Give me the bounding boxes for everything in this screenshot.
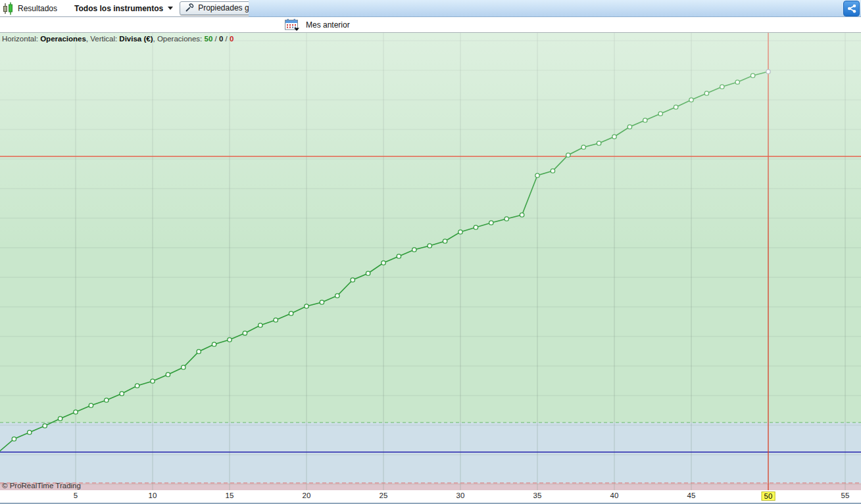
trade-point-marker: [320, 300, 324, 304]
trade-point-marker: [597, 141, 601, 145]
trade-point-marker: [74, 410, 78, 414]
x-tick: 35: [533, 492, 542, 499]
instruments-dropdown-label: Todos los instrumentos: [74, 4, 163, 13]
trade-point-marker: [566, 153, 570, 157]
chevron-down-icon: [168, 7, 173, 10]
trade-point-marker: [366, 271, 370, 275]
trade-point-marker: [105, 398, 109, 402]
wrench-icon: [185, 3, 194, 12]
trade-point-marker: [243, 331, 247, 335]
trade-point-marker: [643, 118, 647, 122]
copyright-label: © ProRealTime Trading: [2, 482, 81, 490]
period-toolbar: Mes anterior: [0, 17, 861, 33]
toolbar-right-section: [249, 0, 861, 17]
trade-point-marker: [228, 338, 232, 342]
previous-month-label: Mes anterior: [306, 20, 350, 30]
trade-point-marker: [504, 217, 508, 221]
calendar-icon: [285, 18, 301, 32]
zone-neutral-blue: [0, 423, 861, 483]
losses-count: 0: [230, 35, 234, 43]
trade-point-marker: [689, 98, 693, 102]
trade-point-marker: [12, 437, 16, 441]
trade-point-marker: [182, 365, 185, 369]
trade-point-marker: [120, 392, 124, 396]
trade-point-marker: [305, 304, 308, 308]
trade-point-marker: [474, 225, 478, 229]
zone-positive-green: [0, 33, 861, 423]
wins-count: 50: [204, 35, 212, 43]
trade-point-marker: [335, 294, 339, 298]
trade-point-marker: [43, 424, 47, 428]
x-tick-current: 50: [762, 492, 775, 501]
trade-point-marker: [58, 417, 62, 421]
x-axis: 510152025303540455055: [0, 490, 861, 503]
x-tick: 40: [610, 492, 619, 499]
trade-point-marker: [151, 379, 155, 383]
chart-info-header: Horizontal: Operaciones, Vertical: Divis…: [2, 35, 234, 43]
trade-point-marker: [166, 373, 170, 377]
trade-point-marker: [89, 403, 93, 407]
current-point-marker: [766, 70, 770, 74]
trade-point-marker: [428, 244, 431, 248]
trade-point-marker: [627, 125, 631, 129]
x-tick: 25: [380, 492, 388, 499]
top-toolbar: Resultados Todos los instrumentos Propie…: [0, 0, 861, 17]
trade-point-marker: [381, 261, 385, 265]
trade-point-marker: [551, 169, 554, 173]
trade-point-marker: [612, 135, 616, 139]
previous-month-button[interactable]: Mes anterior: [285, 18, 350, 32]
share-icon: [847, 3, 857, 14]
trade-point-marker: [135, 384, 139, 388]
equity-curve-chart[interactable]: Horizontal: Operaciones, Vertical: Divis…: [0, 33, 861, 490]
x-tick: 55: [841, 492, 850, 499]
trade-point-marker: [520, 213, 524, 217]
trade-point-marker: [674, 105, 677, 109]
share-button[interactable]: [843, 1, 860, 16]
trade-point-marker: [412, 248, 416, 252]
trade-point-marker: [397, 254, 401, 258]
plot-canvas: [0, 33, 861, 490]
proRealTime-results-window: Resultados Todos los instrumentos Propie…: [0, 0, 861, 504]
x-tick: 15: [226, 492, 234, 499]
trade-point-marker: [443, 239, 447, 243]
trade-point-marker: [658, 112, 662, 116]
trade-point-marker: [458, 230, 462, 234]
trade-point-marker: [750, 74, 754, 78]
trade-point-marker: [28, 430, 32, 434]
trade-point-marker: [351, 278, 355, 282]
trade-point-marker: [720, 85, 724, 89]
trade-point-marker: [289, 311, 293, 315]
x-tick: 20: [303, 492, 311, 499]
trade-point-marker: [274, 318, 278, 322]
candlestick-chart-icon: [3, 2, 14, 15]
x-tick: 45: [687, 492, 696, 499]
trade-point-marker: [535, 173, 539, 177]
trade-point-marker: [212, 342, 216, 346]
x-tick: 10: [149, 492, 157, 499]
trade-point-marker: [735, 80, 739, 84]
trade-point-marker: [581, 145, 585, 149]
tab-resultados[interactable]: Resultados: [18, 4, 64, 13]
trade-point-marker: [704, 91, 708, 95]
x-tick: 5: [74, 492, 78, 499]
trade-point-marker: [489, 221, 493, 225]
trade-point-marker: [258, 323, 262, 327]
trade-point-marker: [197, 350, 201, 354]
toolbar-left-section: Resultados Todos los instrumentos Propie…: [0, 0, 249, 17]
x-tick: 30: [456, 492, 465, 499]
instruments-dropdown[interactable]: Todos los instrumentos: [74, 4, 173, 13]
